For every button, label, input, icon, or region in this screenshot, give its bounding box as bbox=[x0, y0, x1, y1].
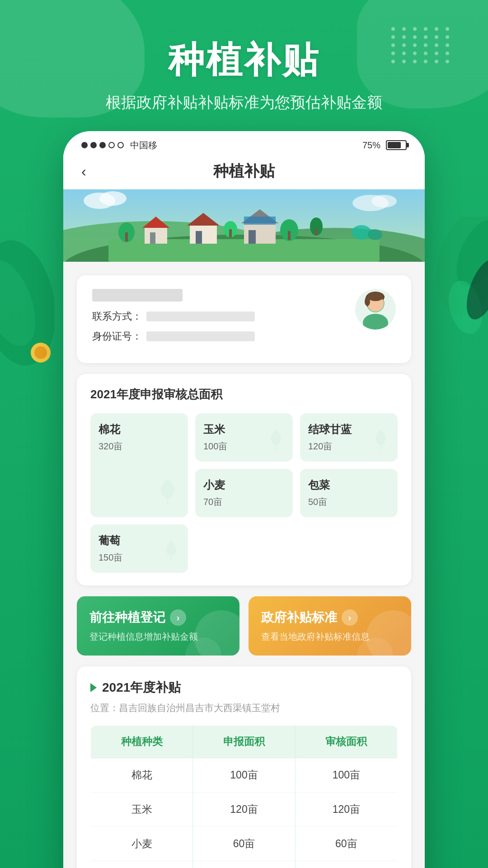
crop-card-bokchoy: 包菜 50亩 bbox=[300, 469, 398, 517]
table-row: 玉米120亩120亩 bbox=[91, 793, 398, 827]
crop-card-corn: 玉米 100亩 bbox=[195, 413, 293, 462]
status-bar: 中国移 75% bbox=[63, 131, 425, 154]
subsidy-table: 种植种类 申报面积 审核面积 棉花100亩100亩玉米120亩120亩小麦60亩… bbox=[90, 725, 398, 868]
triangle-icon bbox=[90, 683, 97, 692]
svg-point-43 bbox=[365, 297, 370, 306]
crop-area-cotton: 320亩 bbox=[99, 440, 180, 453]
crop-area-wheat: 70亩 bbox=[203, 496, 285, 508]
crop-name-cotton: 棉花 bbox=[99, 422, 180, 437]
crop-name-bokchoy: 包菜 bbox=[308, 478, 389, 492]
crop-icon-corn bbox=[263, 427, 288, 458]
table-cell: 120亩 bbox=[193, 793, 295, 827]
id-value-blur bbox=[146, 331, 255, 341]
subsidy-section: 2021年度补贴 位置：昌吉回族自治州昌吉市大西渠镇玉堂村 种植种类 申报面积 … bbox=[77, 666, 411, 868]
subsidy-year: 2021年度补贴 bbox=[102, 679, 181, 696]
table-row: 结球甘蓝50亩50亩 bbox=[91, 861, 398, 868]
battery-icon bbox=[386, 140, 407, 150]
page-main-title: 种植补贴 bbox=[0, 36, 488, 85]
svg-rect-16 bbox=[190, 226, 217, 244]
svg-rect-26 bbox=[229, 229, 232, 237]
signal-dot-1 bbox=[81, 142, 88, 148]
crop-area-bokchoy: 50亩 bbox=[308, 496, 389, 508]
table-cell: 100亩 bbox=[295, 758, 397, 793]
table-row: 小麦60亩60亩 bbox=[91, 827, 398, 861]
crop-card-wheat: 小麦 70亩 bbox=[195, 469, 293, 517]
table-cell: 50亩 bbox=[295, 861, 397, 868]
subsidy-header: 2021年度补贴 bbox=[90, 679, 398, 696]
contact-label: 联系方式： bbox=[92, 310, 142, 323]
user-name-blur bbox=[92, 289, 183, 302]
table-cell: 120亩 bbox=[295, 793, 397, 827]
svg-rect-22 bbox=[249, 230, 256, 244]
back-button[interactable]: ‹ bbox=[81, 163, 86, 180]
status-left: 中国移 bbox=[81, 139, 157, 151]
carrier-label: 中国移 bbox=[130, 139, 157, 151]
phone-mockup: 中国移 75% ‹ 种植补贴 bbox=[63, 131, 425, 868]
crop-card-grape: 葡萄 150亩 bbox=[90, 524, 188, 573]
id-label: 身份证号： bbox=[92, 330, 142, 343]
signal-dot-2 bbox=[90, 142, 97, 148]
table-cell: 结球甘蓝 bbox=[91, 861, 193, 868]
crop-icon-cotton bbox=[152, 476, 183, 514]
crop-icon-grape bbox=[159, 538, 183, 569]
contact-value-blur bbox=[146, 311, 255, 321]
svg-point-36 bbox=[371, 195, 397, 208]
stats-section: 2021年度申报审核总面积 棉花 320亩 bbox=[77, 374, 411, 585]
signal-dot-3 bbox=[99, 142, 106, 148]
battery-pct: 75% bbox=[362, 140, 380, 151]
stats-title: 2021年度申报审核总面积 bbox=[90, 387, 398, 402]
svg-rect-15 bbox=[150, 232, 155, 244]
action-row: 前往种植登记 › 登记种植信息增加补贴金额 政府补贴标准 › 查看当地政府补贴标… bbox=[77, 596, 411, 656]
table-cell: 棉花 bbox=[91, 758, 193, 793]
crop-icon-cabbage bbox=[368, 427, 393, 458]
svg-rect-30 bbox=[315, 227, 317, 236]
table-cell: 60亩 bbox=[193, 827, 295, 861]
content-area: 联系方式： 身份证号： bbox=[63, 262, 425, 868]
svg-rect-21 bbox=[244, 217, 276, 225]
table-cell: 50亩 bbox=[193, 861, 295, 868]
page-sub-title: 根据政府补贴补贴标准为您预估补贴金额 bbox=[0, 92, 488, 113]
table-cell: 玉米 bbox=[91, 793, 193, 827]
subsidy-location: 位置：昌吉回族自治州昌吉市大西渠镇玉堂村 bbox=[90, 702, 398, 714]
table-cell: 100亩 bbox=[193, 758, 295, 793]
nav-title: 种植补贴 bbox=[213, 161, 275, 182]
standard-button[interactable]: 政府补贴标准 › 查看当地政府补贴标准信息 bbox=[249, 596, 411, 656]
table-cell: 小麦 bbox=[91, 827, 193, 861]
svg-point-32 bbox=[368, 229, 382, 240]
table-row: 棉花100亩100亩 bbox=[91, 758, 398, 793]
signal-dot-5 bbox=[117, 142, 124, 148]
col-header-reported: 申报面积 bbox=[193, 726, 295, 758]
col-header-approved: 审核面积 bbox=[295, 726, 397, 758]
svg-point-34 bbox=[99, 191, 127, 206]
crops-grid: 棉花 320亩 玉米 100亩 bbox=[90, 413, 398, 573]
svg-point-3 bbox=[34, 346, 47, 359]
hero-area bbox=[63, 189, 425, 262]
svg-rect-24 bbox=[125, 232, 128, 241]
table-header-row: 种植种类 申报面积 审核面积 bbox=[91, 726, 398, 758]
svg-rect-28 bbox=[288, 231, 291, 240]
battery-fill bbox=[388, 142, 401, 148]
status-right: 75% bbox=[362, 140, 407, 151]
svg-point-40 bbox=[363, 314, 388, 330]
user-avatar bbox=[355, 289, 396, 330]
register-arrow: › bbox=[170, 609, 186, 626]
signal-dot-4 bbox=[108, 142, 115, 148]
crop-name-wheat: 小麦 bbox=[203, 478, 285, 492]
nav-bar: ‹ 种植补贴 bbox=[63, 154, 425, 189]
svg-rect-18 bbox=[196, 231, 202, 244]
standard-arrow: › bbox=[342, 609, 358, 626]
col-header-type: 种植种类 bbox=[91, 726, 193, 758]
id-row: 身份证号： bbox=[92, 330, 355, 343]
title-section: 种植补贴 根据政府补贴补贴标准为您预估补贴金额 bbox=[0, 36, 488, 113]
contact-row: 联系方式： bbox=[92, 310, 355, 323]
crop-card-cotton: 棉花 320亩 bbox=[90, 413, 188, 517]
svg-point-31 bbox=[352, 225, 371, 240]
table-cell: 60亩 bbox=[295, 827, 397, 861]
user-info: 联系方式： 身份证号： bbox=[92, 289, 355, 349]
user-card: 联系方式： 身份证号： bbox=[77, 275, 411, 363]
svg-rect-13 bbox=[145, 228, 167, 244]
crop-card-cabbage: 结球甘蓝 120亩 bbox=[300, 413, 398, 462]
register-button[interactable]: 前往种植登记 › 登记种植信息增加补贴金额 bbox=[77, 596, 239, 656]
